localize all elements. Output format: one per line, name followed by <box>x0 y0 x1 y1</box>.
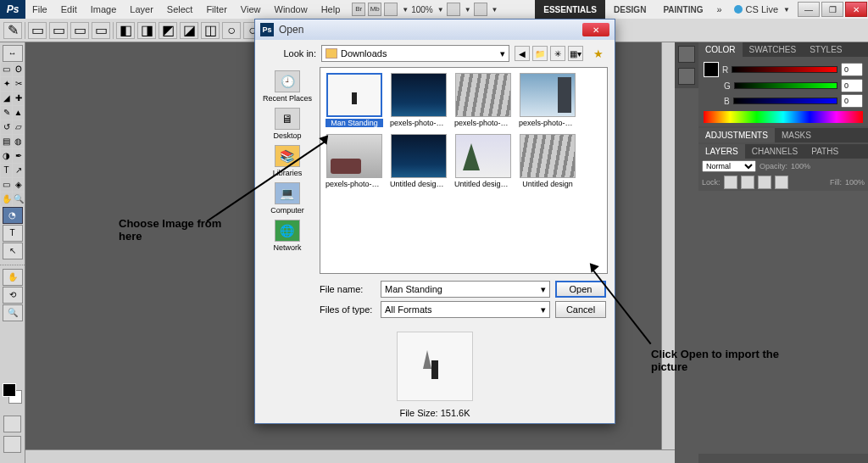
place-computer[interactable]: 💻Computer <box>270 182 304 215</box>
view-extras-icon[interactable] <box>384 3 398 16</box>
opt-icon-5[interactable]: ◫ <box>201 22 220 39</box>
tool-crop[interactable]: ✂ <box>13 77 24 91</box>
menu-help[interactable]: Help <box>314 4 348 14</box>
filename-input[interactable]: Man Standing▾ <box>381 281 550 298</box>
input-r[interactable] <box>841 63 863 76</box>
tool-hand2[interactable]: ✋ <box>3 269 23 286</box>
tool-marquee[interactable]: ▭ <box>1 63 12 76</box>
slider-b[interactable] <box>733 98 837 104</box>
tool-quick-select[interactable]: ◔ <box>3 207 23 224</box>
bridge-icon[interactable]: Br <box>352 3 365 16</box>
tool-3d[interactable]: ◈ <box>13 178 24 192</box>
tool-wand[interactable]: ✦ <box>1 77 12 91</box>
tool-heal[interactable]: ✚ <box>13 92 24 105</box>
tab-channels[interactable]: CHANNELS <box>745 144 804 159</box>
tab-layers[interactable]: LAYERS <box>698 144 745 159</box>
opt-icon-6[interactable]: ○ <box>222 22 241 39</box>
file-thumb[interactable]: pexels-photo-91… <box>390 73 448 127</box>
slider-r[interactable] <box>732 66 837 73</box>
tool-zoom2[interactable]: 🔍 <box>3 304 23 321</box>
foreground-swatch[interactable] <box>3 383 16 397</box>
tool-preset[interactable]: ✎ <box>3 22 22 39</box>
open-button[interactable]: Open <box>555 281 606 298</box>
file-thumb[interactable]: Untitled design (2) <box>454 134 512 188</box>
tool-pen[interactable]: ✒ <box>13 149 24 163</box>
window-minimize[interactable]: — <box>798 2 820 17</box>
tool-stamp[interactable]: ▲ <box>13 106 24 120</box>
mini-panel-1[interactable] <box>678 46 695 63</box>
tool-move[interactable]: ↔ <box>3 45 23 62</box>
tool-type[interactable]: T <box>1 164 12 177</box>
file-thumb[interactable]: pexels-photo-11… <box>326 134 383 188</box>
tool-text[interactable]: T <box>3 225 23 242</box>
new-folder-icon[interactable]: ✳ <box>550 46 565 61</box>
tool-brush[interactable]: ✎ <box>1 106 12 120</box>
dialog-close[interactable]: ✕ <box>582 23 609 36</box>
tool-eyedrop[interactable]: ◢ <box>1 92 12 105</box>
workspace-design[interactable]: DESIGN <box>605 0 654 19</box>
input-b[interactable] <box>841 94 863 108</box>
tool-rotate-view[interactable]: ⟲ <box>3 287 23 304</box>
zoom-level[interactable]: 100% <box>411 5 433 14</box>
color-spectrum[interactable] <box>704 111 863 123</box>
opt-intersect-selection[interactable]: ▭ <box>92 22 110 39</box>
tool-blur[interactable]: ◍ <box>13 135 24 148</box>
window-restore[interactable]: ❐ <box>821 2 843 17</box>
menu-file[interactable]: File <box>25 4 54 14</box>
tab-styles[interactable]: STYLES <box>803 42 849 57</box>
screenmode-toggle[interactable] <box>3 436 21 453</box>
workspace-painting[interactable]: PAINTING <box>654 0 711 19</box>
opt-sample-all[interactable]: ◧ <box>116 22 135 39</box>
menu-view[interactable]: View <box>234 4 268 14</box>
place-network[interactable]: 🌐Network <box>273 220 301 252</box>
opt-icon-2[interactable]: ◨ <box>137 22 156 39</box>
slider-g[interactable] <box>734 82 837 89</box>
tool-history[interactable]: ↺ <box>1 120 12 134</box>
view-menu-icon[interactable]: ▦▾ <box>568 46 583 61</box>
scrollbar-horizontal[interactable] <box>25 449 675 463</box>
dialog-titlebar[interactable]: Ps Open ✕ <box>255 20 615 40</box>
tool-gradient[interactable]: ▤ <box>1 135 12 148</box>
tab-paths[interactable]: PATHS <box>804 144 845 159</box>
scrollbar-vertical[interactable] <box>661 42 675 449</box>
fill-value[interactable]: 100% <box>845 178 865 187</box>
type-select[interactable]: All Formats▾ <box>381 301 550 318</box>
menu-window[interactable]: Window <box>268 4 314 14</box>
nav-up-icon[interactable]: 📁 <box>532 46 548 61</box>
tool-hand[interactable]: ✋ <box>1 192 12 206</box>
file-list[interactable]: Man Standingpexels-photo-91…pexels-photo… <box>320 67 608 274</box>
file-thumb[interactable]: Man Standing <box>326 73 383 127</box>
tab-color[interactable]: COLOR <box>698 42 743 57</box>
menu-filter[interactable]: Filter <box>199 4 233 14</box>
arrange-docs-icon[interactable] <box>447 3 460 16</box>
cancel-button[interactable]: Cancel <box>555 301 606 318</box>
file-thumb[interactable]: pexels-photo-13… <box>454 73 512 127</box>
layers-list[interactable] <box>698 191 868 454</box>
tool-eraser[interactable]: ▱ <box>13 120 24 134</box>
place-desktop[interactable]: 🖥Desktop <box>273 108 301 140</box>
window-close[interactable]: ✕ <box>845 2 867 17</box>
color-swatch[interactable] <box>704 62 719 77</box>
tab-masks[interactable]: MASKS <box>775 128 818 142</box>
tab-adjustments[interactable]: ADJUSTMENTS <box>698 128 775 142</box>
lock-pos-icon[interactable] <box>758 176 771 189</box>
lookin-dropdown[interactable]: Downloads ▾ <box>321 45 509 62</box>
nav-back-icon[interactable]: ◀ <box>515 46 530 61</box>
tool-path2[interactable]: ↖ <box>3 243 23 259</box>
favorite-icon[interactable]: ★ <box>591 46 606 61</box>
opt-new-selection[interactable]: ▭ <box>28 22 47 39</box>
blend-mode-select[interactable]: Normal <box>702 160 756 172</box>
opt-subtract-selection[interactable]: ▭ <box>70 22 89 39</box>
menu-image[interactable]: Image <box>84 4 124 14</box>
lock-trans-icon[interactable] <box>724 176 737 189</box>
lock-pixels-icon[interactable] <box>741 176 754 189</box>
workspace-essentials[interactable]: ESSENTIALS <box>535 0 605 19</box>
file-thumb[interactable]: Untitled design (1) <box>390 134 448 188</box>
screen-mode-icon[interactable] <box>474 3 487 16</box>
tab-swatches[interactable]: SWATCHES <box>743 42 804 57</box>
opt-icon-4[interactable]: ◪ <box>180 22 198 39</box>
opacity-value[interactable]: 100% <box>791 162 810 170</box>
menu-select[interactable]: Select <box>160 4 200 14</box>
tool-lasso[interactable]: ʘ <box>13 63 24 76</box>
workspace-more[interactable]: » <box>711 0 726 19</box>
